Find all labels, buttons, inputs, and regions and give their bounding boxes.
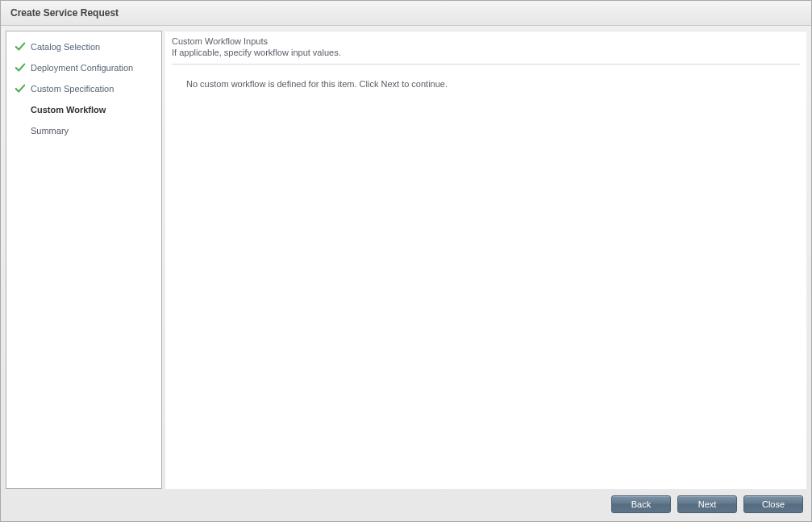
step-custom-specification[interactable]: Custom Specification bbox=[6, 78, 161, 99]
main-heading: Custom Workflow Inputs bbox=[172, 36, 800, 46]
dialog-title: Create Service Request bbox=[1, 1, 811, 26]
step-catalog-selection[interactable]: Catalog Selection bbox=[6, 36, 161, 57]
main-header: Custom Workflow Inputs If applicable, sp… bbox=[172, 36, 800, 65]
blank-icon bbox=[15, 104, 26, 115]
back-button[interactable]: Back bbox=[611, 495, 671, 513]
blank-icon bbox=[15, 125, 26, 136]
dialog-footer: Back Next Close bbox=[1, 489, 811, 521]
checkmark-icon bbox=[15, 41, 26, 52]
checkmark-icon bbox=[15, 62, 26, 73]
next-button[interactable]: Next bbox=[677, 495, 737, 513]
step-custom-workflow[interactable]: Custom Workflow bbox=[6, 99, 161, 120]
step-label: Custom Specification bbox=[31, 84, 114, 94]
step-summary[interactable]: Summary bbox=[6, 120, 161, 141]
step-label: Summary bbox=[31, 126, 69, 136]
wizard-main-panel: Custom Workflow Inputs If applicable, sp… bbox=[165, 31, 806, 489]
dialog-body: Catalog Selection Deployment Configurati… bbox=[1, 26, 811, 489]
create-service-request-dialog: Create Service Request Catalog Selection… bbox=[0, 0, 812, 522]
main-subheading: If applicable, specify workflow input va… bbox=[172, 48, 800, 57]
step-deployment-configuration[interactable]: Deployment Configuration bbox=[6, 57, 161, 78]
step-label: Catalog Selection bbox=[31, 42, 100, 52]
wizard-steps-sidebar: Catalog Selection Deployment Configurati… bbox=[6, 31, 162, 489]
checkmark-icon bbox=[15, 83, 26, 94]
step-label: Custom Workflow bbox=[31, 105, 106, 115]
step-label: Deployment Configuration bbox=[31, 63, 133, 73]
close-button[interactable]: Close bbox=[743, 495, 803, 513]
main-body-text: No custom workflow is defined for this i… bbox=[172, 79, 800, 89]
